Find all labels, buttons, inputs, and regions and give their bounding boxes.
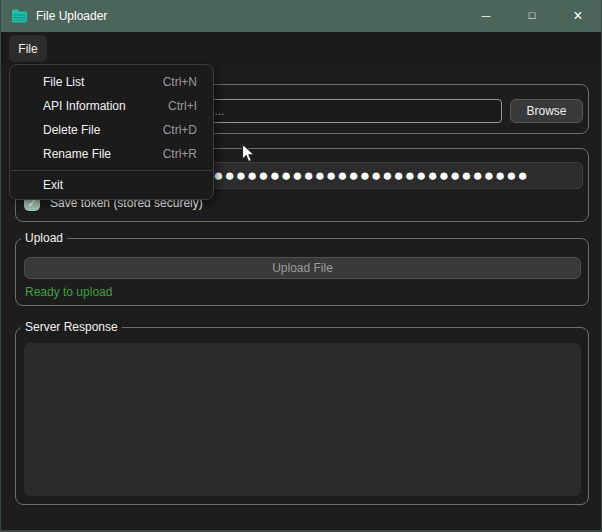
browse-button[interactable]: Browse [510,99,583,123]
menu-item-rename-file[interactable]: Rename File Ctrl+R [10,142,213,166]
server-response-textarea[interactable] [24,343,581,496]
server-response-group: Server Response [15,327,589,505]
folder-icon [11,9,28,23]
upload-file-button[interactable]: Upload File [24,257,581,279]
menu-item-label: Delete File [43,123,100,137]
menu-item-label: Rename File [43,147,111,161]
menu-item-file-list[interactable]: File List Ctrl+N [10,70,213,94]
app-window: File Uploader ─ □ × File Browse ●●●●●●●●… [0,0,602,532]
minimize-button[interactable]: ─ [463,0,509,32]
window-controls: ─ □ × [463,0,601,32]
menu-item-delete-file[interactable]: Delete File Ctrl+D [10,118,213,142]
menu-item-shortcut: Ctrl+R [163,147,197,161]
menu-separator [11,170,212,171]
mouse-cursor-icon [241,143,257,169]
menu-item-label: API Information [43,99,126,113]
menubar-item-file[interactable]: File [9,35,47,62]
close-button[interactable]: × [555,0,601,32]
menu-item-api-information[interactable]: API Information Ctrl+I [10,94,213,118]
maximize-button[interactable]: □ [509,0,555,32]
upload-group: Upload Upload File Ready to upload [15,238,589,306]
upload-status-text: Ready to upload [25,285,112,299]
menu-item-shortcut: Ctrl+D [163,123,197,137]
menu-item-shortcut: Ctrl+N [163,75,197,89]
menu-item-exit[interactable]: Exit [10,175,213,194]
window-title: File Uploader [36,9,107,23]
menubar: File [1,32,601,64]
upload-group-legend: Upload [21,231,67,246]
menu-item-shortcut: Ctrl+I [168,99,197,113]
titlebar: File Uploader ─ □ × [1,0,601,32]
server-response-legend: Server Response [21,320,122,335]
menu-item-label: File List [43,75,84,89]
file-menu-dropdown: File List Ctrl+N API Information Ctrl+I … [9,64,214,200]
menu-item-label: Exit [43,178,63,192]
